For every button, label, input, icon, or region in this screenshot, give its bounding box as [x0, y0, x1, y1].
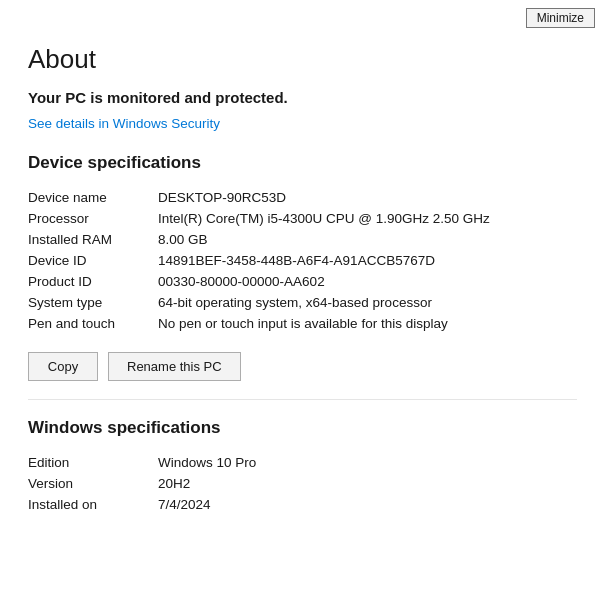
table-row: Edition Windows 10 Pro [28, 452, 577, 473]
security-link[interactable]: See details in Windows Security [28, 116, 577, 131]
table-row: Product ID 00330-80000-00000-AA602 [28, 271, 577, 292]
spec-value: 14891BEF-3458-448B-A6F4-A91ACCB5767D [158, 250, 577, 271]
spec-value: Windows 10 Pro [158, 452, 577, 473]
table-row: Device name DESKTOP-90RC53D [28, 187, 577, 208]
spec-label: Edition [28, 452, 158, 473]
about-window: Minimize About Your PC is monitored and … [0, 0, 605, 600]
spec-label: Version [28, 473, 158, 494]
spec-label: Processor [28, 208, 158, 229]
device-specs-title: Device specifications [28, 153, 577, 173]
windows-specs-table: Edition Windows 10 Pro Version 20H2 Inst… [28, 452, 577, 515]
spec-value: 64-bit operating system, x64-based proce… [158, 292, 577, 313]
spec-label: Installed RAM [28, 229, 158, 250]
device-specs-table: Device name DESKTOP-90RC53D Processor In… [28, 187, 577, 334]
page-title: About [28, 44, 577, 75]
action-buttons: Copy Rename this PC [28, 352, 577, 381]
spec-label: Product ID [28, 271, 158, 292]
table-row: Installed on 7/4/2024 [28, 494, 577, 515]
spec-value: 7/4/2024 [158, 494, 577, 515]
spec-value: 00330-80000-00000-AA602 [158, 271, 577, 292]
table-row: Device ID 14891BEF-3458-448B-A6F4-A91ACC… [28, 250, 577, 271]
table-row: Pen and touch No pen or touch input is a… [28, 313, 577, 334]
title-bar: Minimize [0, 0, 605, 32]
table-row: Version 20H2 [28, 473, 577, 494]
minimize-button[interactable]: Minimize [526, 8, 595, 28]
spec-label: Device name [28, 187, 158, 208]
copy-button[interactable]: Copy [28, 352, 98, 381]
content-area: About Your PC is monitored and protected… [0, 32, 605, 535]
spec-label: System type [28, 292, 158, 313]
spec-value: 8.00 GB [158, 229, 577, 250]
rename-pc-button[interactable]: Rename this PC [108, 352, 241, 381]
status-text: Your PC is monitored and protected. [28, 89, 577, 106]
spec-value: DESKTOP-90RC53D [158, 187, 577, 208]
table-row: Processor Intel(R) Core(TM) i5-4300U CPU… [28, 208, 577, 229]
section-divider [28, 399, 577, 400]
spec-value: 20H2 [158, 473, 577, 494]
spec-value: No pen or touch input is available for t… [158, 313, 577, 334]
windows-specs-title: Windows specifications [28, 418, 577, 438]
spec-label: Installed on [28, 494, 158, 515]
spec-label: Device ID [28, 250, 158, 271]
table-row: System type 64-bit operating system, x64… [28, 292, 577, 313]
table-row: Installed RAM 8.00 GB [28, 229, 577, 250]
spec-value: Intel(R) Core(TM) i5-4300U CPU @ 1.90GHz… [158, 208, 577, 229]
spec-label: Pen and touch [28, 313, 158, 334]
